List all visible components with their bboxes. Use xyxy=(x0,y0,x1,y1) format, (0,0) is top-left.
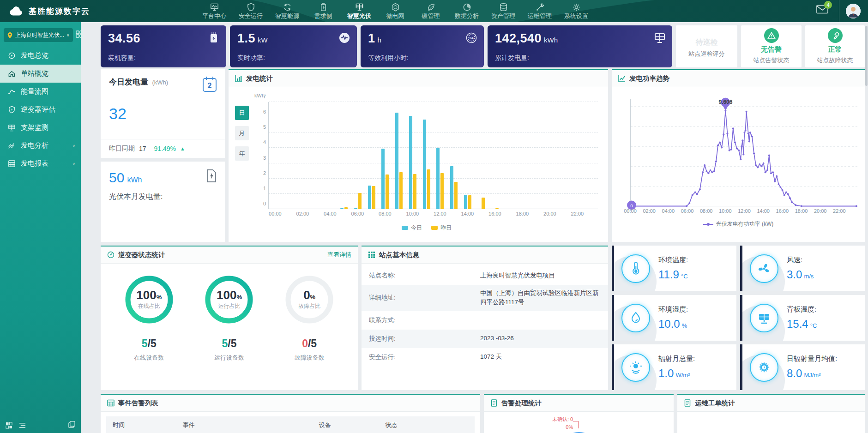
sensor-value: 8.0MJ/m² xyxy=(787,367,837,380)
x-axis-label: 02:00 xyxy=(296,211,309,216)
bar-group-21:00 xyxy=(557,102,571,209)
sensor-value: 1.0W/m² xyxy=(658,367,695,380)
sidebar-item-0[interactable]: 发电总览 xyxy=(0,47,81,65)
bar-昨日 xyxy=(358,193,362,209)
site-info-row: 站点名称: 上海良时智慧光伏发电项目 xyxy=(362,266,608,285)
bar-group-15:00 xyxy=(475,102,488,209)
tab-日[interactable]: 日 xyxy=(235,106,249,120)
sidebar-item-5[interactable]: 发电分析 ∨ xyxy=(0,137,81,155)
view-details-link[interactable]: 查看详情 xyxy=(327,251,351,259)
bar-group-09:00 xyxy=(392,102,406,209)
nav-item-label: 系统设置 xyxy=(564,12,588,20)
top-navigation-bar: 基胜能源数字云 平台中心 安全运行 智慧能源 需求侧 智慧光伏 微电网 碳管理 … xyxy=(0,0,868,22)
bar-昨日 xyxy=(344,207,348,209)
max-value-pin: 9.606 xyxy=(718,98,732,111)
site-info-value: 中国（上海）自由贸易试验区临港新片区新四平公路1117号 xyxy=(480,289,601,307)
smart-pv-icon xyxy=(355,3,364,12)
device-count-label: 故障设备数 xyxy=(295,354,325,362)
period-tabs: 日月年 xyxy=(235,93,249,242)
status-label: 站点巡检评分 xyxy=(689,50,725,58)
nav-item-7[interactable]: 数据分析 xyxy=(455,3,479,20)
inverter-status-panel: 逆变器状态统计 查看详情 100% 在线占比 5/5 在线设备数 100% xyxy=(101,246,358,390)
nav-item-4[interactable]: 智慧光伏 xyxy=(347,3,371,20)
list-toggle-icon[interactable] xyxy=(19,422,26,429)
nav-item-1[interactable]: 安全运行 xyxy=(239,3,263,20)
device-count-label: 在线设备数 xyxy=(134,354,164,362)
sensor-label: 环境温度: xyxy=(658,256,688,265)
window-copy-icon[interactable] xyxy=(68,421,75,428)
nav-item-label: 数据分析 xyxy=(455,12,479,20)
report-table-icon xyxy=(8,160,16,168)
home-icon xyxy=(8,70,16,78)
sidebar: 上海良时智慧光伏... ∨ 发电总览 单站概览 能量流图 逆变器评估 支架监测 … xyxy=(0,22,81,433)
nav-item-0[interactable]: 平台中心 xyxy=(202,3,226,20)
nav-item-9[interactable]: 运维管理 xyxy=(528,3,552,20)
nav-item-2[interactable]: 智慧能源 xyxy=(275,3,299,20)
settings-gear-icon xyxy=(572,3,581,12)
sidebar-item-2[interactable]: 能量流图 xyxy=(0,83,81,101)
bar-group-01:00 xyxy=(283,102,296,209)
stat-card-2: 1h 24 等效利用小时: xyxy=(361,25,484,67)
sidebar-item-label: 支架监测 xyxy=(21,123,48,132)
station-grid-button[interactable] xyxy=(76,30,83,40)
demand-battery-icon xyxy=(319,3,328,12)
chevron-down-icon: ∨ xyxy=(72,162,75,166)
site-info-label: 站点名称: xyxy=(369,271,480,280)
x-axis-label: 20:00 xyxy=(814,208,827,214)
sidebar-item-1[interactable]: 单站概览 xyxy=(0,65,81,83)
mail-button[interactable]: 4 xyxy=(816,5,828,16)
smart-energy-recycle-icon xyxy=(283,3,292,12)
stat-label: 累计发电量: xyxy=(495,54,529,62)
sidebar-item-4[interactable]: 支架监测 xyxy=(0,119,81,137)
sensor-label: 环境湿度: xyxy=(658,305,688,314)
bar-group-05:00 xyxy=(338,102,351,209)
donut-ring-label: 运行占比 xyxy=(218,302,240,310)
site-info-row: 联系方式: xyxy=(362,311,608,330)
event-column-0: 时间 xyxy=(106,421,176,429)
station-selector[interactable]: 上海良时智慧光伏... ∨ xyxy=(4,28,73,42)
legend-item[interactable]: 今日 xyxy=(402,224,422,232)
legend-item[interactable]: 昨日 xyxy=(431,224,452,232)
ops-tools-icon xyxy=(536,3,544,12)
sidebar-item-6[interactable]: 发电报表 ∨ xyxy=(0,155,81,173)
sensor-card-3: 背板温度: 15.4°C xyxy=(740,295,865,341)
annotation-connector xyxy=(573,421,579,428)
x-axis-label: 06:00 xyxy=(681,208,694,214)
tab-年[interactable]: 年 xyxy=(235,146,249,161)
compare-label: 昨日同期 xyxy=(109,144,135,153)
donut-ring-label: 故障占比 xyxy=(298,302,320,310)
nav-item-3[interactable]: 需求侧 xyxy=(312,3,335,20)
nav-item-5[interactable]: 微电网 xyxy=(384,3,407,20)
chevron-down-icon: ∨ xyxy=(72,144,75,148)
device-count: 5/5 xyxy=(222,337,236,350)
bar-group-18:00 xyxy=(516,102,530,209)
grid-small-icon[interactable] xyxy=(6,422,12,429)
sidebar-item-3[interactable]: 逆变器评估 xyxy=(0,101,81,119)
legend-item[interactable]: 光伏发电有功功率 (kW) xyxy=(703,220,774,228)
data-pie-icon xyxy=(463,3,471,12)
tab-月[interactable]: 月 xyxy=(235,126,249,140)
nav-item-10[interactable]: 系统设置 xyxy=(564,3,588,20)
calendar-icon: 2 xyxy=(202,76,217,93)
trend-up-arrow-icon: ▲ xyxy=(180,146,185,151)
nav-item-8[interactable]: 资产管理 xyxy=(491,3,515,20)
bar-昨日 xyxy=(495,208,499,209)
status-icon-circle xyxy=(828,28,843,43)
today-generation-value: 32 xyxy=(109,105,217,123)
sidebar-item-label: 发电报表 xyxy=(21,159,48,168)
bar-group-23:00 xyxy=(584,102,598,209)
x-axis-label: 14:00 xyxy=(757,208,770,214)
x-axis-label: 22:00 xyxy=(833,208,846,214)
page-scrollbar[interactable] xyxy=(865,26,868,86)
document-icon xyxy=(684,399,691,407)
event-table-header: 时间事件设备状态 xyxy=(106,416,475,433)
user-avatar[interactable] xyxy=(846,4,861,18)
stat-card-1: 1.5kW 实时功率: xyxy=(230,25,357,67)
sensor-label: 辐射月总量: xyxy=(658,355,695,363)
energy-flow-icon xyxy=(8,88,16,96)
nav-item-6[interactable]: 碳管理 xyxy=(419,3,442,20)
device-count: 0/5 xyxy=(302,337,317,350)
bar-昨日 xyxy=(372,186,375,209)
sun-radiation-icon xyxy=(628,360,643,375)
station-name: 上海良时智慧光伏... xyxy=(15,31,64,39)
